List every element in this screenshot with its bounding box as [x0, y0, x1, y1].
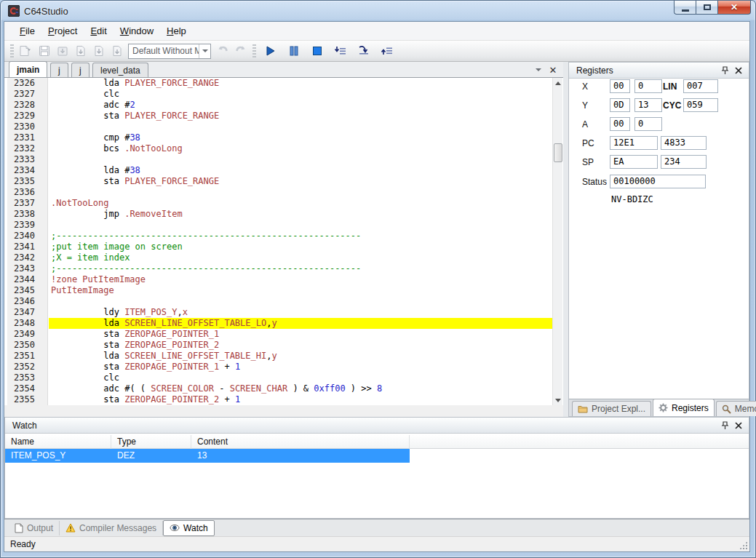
- toolbar-grip[interactable]: [10, 44, 14, 57]
- combobox-dropdown[interactable]: [199, 44, 210, 58]
- line-number[interactable]: 2336: [7, 187, 47, 198]
- code-line[interactable]: ;X = item index: [49, 252, 552, 263]
- line-number[interactable]: 2344: [7, 274, 47, 285]
- menu-item-help[interactable]: Help: [160, 23, 193, 39]
- line-number[interactable]: 2326: [7, 78, 47, 89]
- vertical-splitter[interactable]: [563, 62, 568, 417]
- run-button[interactable]: [260, 43, 282, 59]
- code-line[interactable]: ldy ITEM_POS_Y,x: [49, 307, 552, 318]
- line-number[interactable]: 2339: [7, 220, 47, 231]
- register-sp-hex-field[interactable]: EA: [610, 155, 658, 169]
- line-number[interactable]: 2348: [7, 318, 47, 329]
- code-line[interactable]: sta PLAYER_FORCE_RANGE: [49, 111, 552, 121]
- code-line[interactable]: clc: [49, 89, 552, 100]
- line-number[interactable]: 2338: [7, 209, 47, 220]
- toolbar-grip[interactable]: [252, 44, 256, 57]
- pause-button[interactable]: [283, 43, 305, 59]
- minimize-button[interactable]: [674, 1, 696, 15]
- line-number[interactable]: 2355: [7, 394, 47, 405]
- cyc-field[interactable]: 059: [683, 98, 718, 112]
- editor-tab-jmain-0[interactable]: jmain: [9, 61, 47, 77]
- code-line[interactable]: clc: [49, 372, 552, 383]
- line-number[interactable]: 2333: [7, 154, 47, 165]
- step-into-button[interactable]: [330, 43, 351, 59]
- register-a-dec-field[interactable]: 0: [634, 117, 662, 131]
- watch-column-header-name[interactable]: Name: [5, 435, 111, 449]
- step-out-button[interactable]: [376, 43, 398, 59]
- line-number[interactable]: 2335: [7, 176, 47, 187]
- tab-close-button[interactable]: ✕: [547, 64, 559, 76]
- pin-icon[interactable]: [720, 65, 730, 76]
- code-line[interactable]: sta ZEROPAGE_POINTER_1: [49, 329, 552, 340]
- maximize-button[interactable]: [696, 1, 717, 15]
- code-line[interactable]: sta ZEROPAGE_POINTER_1 + 1: [49, 362, 552, 372]
- document-compile-button[interactable]: [72, 43, 89, 59]
- bottom-tab-compiler-messages[interactable]: Compiler Messages: [60, 521, 163, 535]
- redo-button[interactable]: [232, 43, 249, 59]
- code-line[interactable]: lda PLAYER_FORCE_RANGE: [49, 78, 552, 89]
- watch-column-header-content[interactable]: Content: [191, 435, 410, 449]
- tab-list-dropdown-button[interactable]: [533, 64, 544, 76]
- code-line[interactable]: sta ZEROPAGE_POINTER_2: [49, 340, 552, 351]
- close-icon[interactable]: [733, 65, 744, 76]
- code-line[interactable]: adc #2: [49, 100, 552, 111]
- current-execution-line[interactable]: lda SCREEN_LINE_OFFSET_TABLE_LO,y: [49, 318, 552, 329]
- register-pc-hex-field[interactable]: 12E1: [610, 136, 658, 150]
- build-config-combobox[interactable]: Default Without M: [128, 44, 211, 59]
- title-bar[interactable]: C64Studio ✕: [1, 1, 755, 21]
- code-area[interactable]: lda PLAYER_FORCE_RANGE clc adc #2 sta PL…: [49, 78, 552, 405]
- register-sp-dec-field[interactable]: 234: [661, 155, 707, 169]
- step-over-button[interactable]: [353, 43, 375, 59]
- code-line[interactable]: ;---------------------------------------…: [49, 231, 552, 242]
- pin-icon[interactable]: [720, 421, 730, 431]
- line-number[interactable]: 2354: [7, 383, 47, 394]
- vertical-scroll-thumb[interactable]: [554, 143, 562, 162]
- editor-tab-level-data-3[interactable]: level_data: [92, 63, 148, 77]
- menu-item-edit[interactable]: Edit: [84, 23, 113, 39]
- dock-tab-project-expl[interactable]: Project Expl...: [572, 401, 651, 416]
- menu-item-file[interactable]: File: [13, 23, 41, 39]
- code-line[interactable]: cmp #38: [49, 132, 552, 143]
- code-line[interactable]: ;---------------------------------------…: [49, 263, 552, 274]
- menu-item-project[interactable]: Project: [41, 23, 84, 39]
- line-number[interactable]: 2343: [7, 263, 47, 274]
- register-y-dec-field[interactable]: 13: [634, 98, 662, 112]
- save-all-button[interactable]: [54, 43, 71, 59]
- undo-button[interactable]: [214, 43, 231, 59]
- close-button[interactable]: ✕: [717, 1, 751, 15]
- document-build-button[interactable]: [90, 43, 107, 59]
- stop-button[interactable]: [306, 43, 328, 59]
- code-line[interactable]: lda SCREEN_LINE_OFFSET_TABLE_HI,y: [49, 351, 552, 362]
- registers-panel-header[interactable]: Registers: [569, 63, 749, 79]
- watch-panel-header[interactable]: Watch: [5, 418, 749, 434]
- document-debug-button[interactable]: [108, 43, 125, 59]
- code-line[interactable]: sta ZEROPAGE_POINTER_2 + 1: [49, 394, 552, 405]
- line-number[interactable]: 2327: [7, 89, 47, 100]
- register-x-hex-field[interactable]: 00: [610, 79, 630, 93]
- line-number[interactable]: 2345: [7, 285, 47, 296]
- code-line[interactable]: [49, 296, 552, 307]
- register-a-hex-field[interactable]: 00: [610, 117, 630, 131]
- code-line[interactable]: [49, 220, 552, 231]
- resize-grip-icon[interactable]: [739, 541, 748, 550]
- new-document-button[interactable]: [17, 43, 34, 59]
- line-number[interactable]: 2347: [7, 307, 47, 318]
- line-number[interactable]: 2331: [7, 132, 47, 143]
- bottom-tab-output[interactable]: Output: [9, 521, 60, 535]
- close-icon[interactable]: [733, 421, 744, 431]
- code-editor[interactable]: 2326232723282329233023312332233323342335…: [4, 78, 563, 405]
- scroll-up-button[interactable]: [553, 78, 563, 88]
- line-number-gutter[interactable]: 2326232723282329233023312332233323342335…: [7, 78, 48, 405]
- line-number[interactable]: 2342: [7, 252, 47, 263]
- editor-tab-j-1[interactable]: j: [50, 63, 68, 77]
- register-x-dec-field[interactable]: 0: [634, 79, 662, 93]
- line-number[interactable]: 2349: [7, 329, 47, 340]
- code-line[interactable]: ;put item image on screen: [49, 242, 552, 252]
- line-number[interactable]: 2330: [7, 121, 47, 132]
- watch-row-item-pos-y[interactable]: ITEM_POS_YDEZ13: [5, 449, 410, 463]
- code-line[interactable]: lda #38: [49, 165, 552, 176]
- code-line[interactable]: [49, 154, 552, 165]
- line-number[interactable]: 2351: [7, 351, 47, 362]
- status-bits-field[interactable]: 00100000: [610, 175, 706, 188]
- save-button[interactable]: [36, 43, 52, 59]
